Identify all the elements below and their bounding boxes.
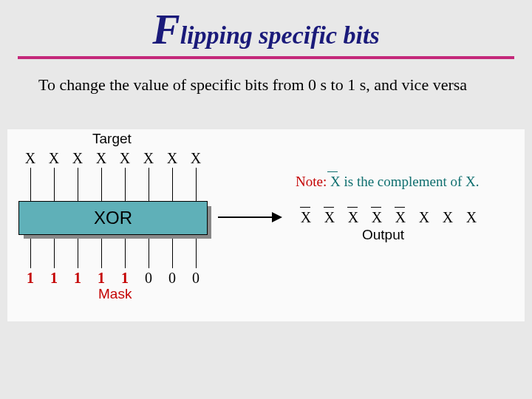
title-rest: lipping specific bits	[180, 21, 380, 49]
connector-line	[172, 168, 173, 201]
arrow-icon	[218, 216, 281, 218]
connector-line	[196, 239, 197, 268]
output-bit: X	[460, 209, 483, 226]
mask-bit: 0	[160, 270, 184, 287]
target-bit: X	[184, 150, 208, 167]
mask-bit: 1	[89, 270, 113, 287]
output-bit: X	[389, 209, 412, 226]
output-label: Output	[362, 227, 404, 243]
connector-line	[54, 168, 55, 201]
target-bit: X	[137, 150, 160, 167]
target-bit: X	[18, 150, 42, 167]
target-bit: X	[160, 150, 184, 167]
mask-label: Mask	[98, 286, 132, 302]
output-bit: X	[318, 209, 341, 226]
connector-line	[30, 239, 31, 268]
mask-bit: 1	[42, 270, 66, 287]
note-text: Note: X is the complement of X.	[296, 174, 480, 190]
note-body-b: X	[466, 174, 476, 189]
xor-label: XOR	[94, 208, 132, 228]
mask-bit: 1	[113, 270, 137, 287]
connector-line	[149, 239, 149, 268]
output-bit: X	[294, 209, 318, 226]
mask-bit: 1	[18, 270, 42, 287]
target-bit: X	[42, 150, 66, 167]
slide: Flipping specific bits To change the val…	[0, 0, 532, 399]
connector-line	[78, 239, 78, 268]
connector-line	[125, 239, 126, 268]
connector-line	[101, 239, 102, 268]
target-label: Target	[92, 131, 132, 147]
output-bit: X	[412, 209, 436, 226]
connector-line	[101, 168, 102, 201]
note-prefix: Note:	[296, 174, 327, 189]
target-bit: X	[66, 150, 89, 167]
mask-bits: 1 1 1 1 1 0 0 0	[18, 270, 208, 287]
slide-title: Flipping specific bits	[0, 0, 532, 53]
target-bit: X	[89, 150, 113, 167]
title-underline	[18, 56, 514, 59]
body-text: To change the value of specific bits fro…	[38, 75, 494, 95]
connector-line	[54, 239, 55, 268]
xor-diagram: Target X X X X X X X X XOR	[7, 129, 525, 321]
connector-line	[78, 168, 78, 201]
output-bit: X	[341, 209, 365, 226]
output-bit: X	[436, 209, 460, 226]
connector-line	[30, 168, 31, 201]
note-body-a: is the complement of	[341, 174, 466, 189]
connector-line	[196, 168, 197, 201]
mask-bit: 1	[66, 270, 89, 287]
connector-line	[172, 239, 173, 268]
xor-box: XOR	[18, 201, 208, 235]
connector-line	[125, 168, 126, 201]
output-bits: X X X X X X X X	[294, 209, 483, 226]
connector-line	[149, 168, 149, 201]
note-body-c: .	[476, 174, 480, 189]
target-bits: X X X X X X X X	[18, 150, 208, 167]
note-xbar: X	[327, 174, 340, 190]
title-initial: F	[152, 7, 180, 52]
mask-bit: 0	[184, 270, 208, 287]
output-bit: X	[365, 209, 389, 226]
mask-bit: 0	[137, 270, 160, 287]
target-bit: X	[113, 150, 137, 167]
